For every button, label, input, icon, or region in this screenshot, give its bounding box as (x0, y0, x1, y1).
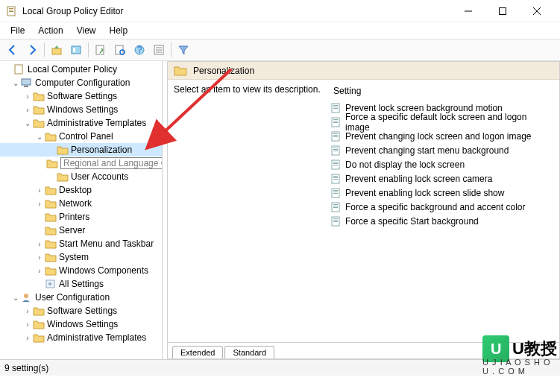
folder-icon (45, 252, 57, 262)
tree-computer-config[interactable]: ⌄ Computer Configuration (0, 76, 162, 89)
watermark-brand: U教授 (512, 338, 557, 360)
chevron-right-icon[interactable]: › (22, 319, 33, 329)
column-setting[interactable]: Setting (330, 84, 553, 101)
chevron-right-icon[interactable]: › (22, 104, 33, 115)
tree-start-taskbar[interactable]: ›Start Menu and Taskbar (0, 237, 162, 250)
setting-row[interactable]: Force a specific Start background (330, 214, 553, 228)
tree-printers[interactable]: Printers (0, 210, 162, 224)
tree-server[interactable]: Server (0, 224, 162, 237)
menu-view[interactable]: View (71, 24, 102, 37)
setting-label: Prevent changing start menu background (345, 145, 509, 156)
titlebar: Local Group Policy Editor (0, 0, 560, 22)
chevron-right-icon[interactable]: › (22, 91, 33, 101)
menu-file[interactable]: File (4, 24, 31, 37)
forward-icon[interactable] (23, 41, 41, 59)
setting-row[interactable]: Force a specific background and accent c… (330, 200, 553, 214)
svg-rect-49 (333, 179, 338, 180)
policy-item-icon (330, 145, 342, 156)
svg-rect-35 (333, 133, 338, 134)
setting-row[interactable]: Prevent changing lock screen and logon i… (330, 129, 553, 143)
chevron-down-icon[interactable]: ⌄ (34, 131, 45, 142)
window-title: Local Group Policy Editor (22, 6, 451, 16)
svg-rect-21 (22, 79, 31, 85)
svg-rect-43 (333, 162, 338, 162)
watermark-url: U J I A O S H O U . C O M (482, 358, 556, 376)
tree-root[interactable]: Local Computer Policy (0, 63, 162, 76)
folder-icon (57, 171, 69, 182)
tree-pane[interactable]: Local Computer Policy ⌄ Computer Configu… (0, 61, 163, 359)
tab-standard[interactable]: Standard (224, 346, 274, 358)
tree-uc-admin-templates[interactable]: ›Administrative Templates (0, 331, 162, 344)
policy-item-icon (330, 159, 342, 170)
tree-cc-software[interactable]: › Software Settings (0, 89, 162, 103)
filter-icon[interactable] (174, 41, 192, 59)
svg-rect-56 (333, 206, 338, 206)
svg-rect-10 (73, 48, 75, 52)
help-icon[interactable]: ? (130, 41, 148, 59)
setting-row[interactable]: Prevent enabling lock screen camera (330, 171, 553, 186)
tree-control-panel[interactable]: ⌄ Control Panel (0, 130, 162, 143)
chevron-right-icon[interactable]: › (34, 198, 45, 209)
svg-rect-37 (333, 136, 338, 137)
tree-user-config[interactable]: ⌄ User Configuration (0, 291, 162, 304)
setting-row[interactable]: Do not display the lock screen (330, 157, 553, 171)
chevron-down-icon[interactable]: ⌄ (10, 292, 21, 303)
description-text: Select an item to view its description. (174, 84, 330, 338)
back-icon[interactable] (4, 41, 22, 59)
policy-item-icon (330, 188, 342, 198)
svg-rect-39 (333, 148, 338, 148)
chevron-right-icon[interactable]: › (34, 252, 45, 262)
tree-system[interactable]: ›System (0, 250, 162, 264)
svg-rect-57 (333, 207, 338, 208)
options-icon[interactable] (67, 41, 85, 59)
chevron-down-icon[interactable]: ⌄ (22, 118, 33, 128)
tree-user-accounts[interactable]: User Accounts (0, 170, 162, 183)
folder-icon (33, 91, 45, 101)
chevron-right-icon[interactable]: › (22, 332, 33, 343)
svg-rect-5 (500, 7, 506, 14)
up-icon[interactable] (48, 41, 66, 59)
chevron-down-icon[interactable]: ⌄ (10, 78, 21, 88)
setting-label: Force a specific background and accent c… (345, 202, 525, 212)
tree-network[interactable]: ›Network (0, 197, 162, 210)
svg-rect-33 (333, 122, 338, 123)
svg-rect-61 (333, 221, 338, 222)
minimize-button[interactable] (451, 0, 485, 22)
folder-icon (33, 306, 45, 316)
setting-row[interactable]: Force a specific default lock screen and… (330, 115, 553, 129)
refresh-icon[interactable] (111, 41, 129, 59)
settings-list[interactable]: Setting Prevent lock screen background m… (330, 84, 553, 338)
setting-row[interactable]: Prevent changing start menu background (330, 143, 553, 157)
tab-extended[interactable]: Extended (172, 346, 223, 358)
chevron-right-icon[interactable]: › (22, 306, 33, 316)
svg-rect-59 (333, 218, 338, 219)
maximize-button[interactable] (485, 0, 520, 22)
menu-help[interactable]: Help (104, 24, 134, 37)
policy-item-icon (330, 131, 342, 142)
tree-regional[interactable]: Regional and Language Options (0, 157, 162, 170)
tree-desktop[interactable]: ›Desktop (0, 183, 162, 197)
tree-uc-software[interactable]: ›Software Settings (0, 304, 162, 317)
chevron-right-icon[interactable]: › (34, 238, 45, 249)
close-button[interactable] (520, 0, 554, 22)
folder-icon (174, 65, 187, 77)
chevron-right-icon[interactable]: › (34, 185, 45, 195)
setting-row[interactable]: Prevent enabling lock screen slide show (330, 186, 553, 200)
main: Local Computer Policy ⌄ Computer Configu… (0, 61, 560, 359)
folder-icon (45, 198, 57, 209)
menu-action[interactable]: Action (32, 24, 69, 37)
tree-all-settings[interactable]: All Settings (0, 277, 162, 291)
tree-personalization[interactable]: Personalization (0, 143, 162, 157)
tree-uc-windows[interactable]: ›Windows Settings (0, 317, 162, 331)
properties-icon[interactable] (150, 41, 168, 59)
chevron-right-icon[interactable]: › (34, 265, 45, 276)
tree-cc-windows[interactable]: › Windows Settings (0, 103, 162, 116)
tree-win-components[interactable]: ›Windows Components (0, 264, 162, 277)
app-icon (6, 5, 18, 17)
folder-icon (33, 104, 45, 115)
svg-rect-22 (24, 86, 28, 87)
svg-rect-36 (333, 135, 338, 136)
svg-rect-60 (333, 220, 338, 221)
export-icon[interactable] (92, 41, 110, 59)
tree-cc-admin-templates[interactable]: ⌄ Administrative Templates (0, 116, 162, 130)
